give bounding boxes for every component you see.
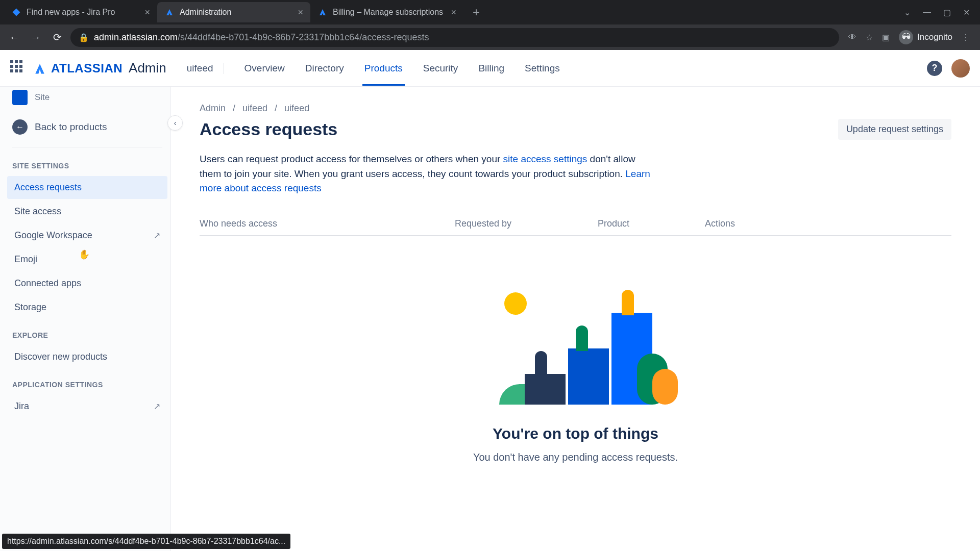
site-header[interactable]: Site (12, 87, 162, 111)
minimize-icon[interactable]: — (923, 8, 931, 17)
nav-settings[interactable]: Settings (523, 52, 562, 85)
app-body: ‹ Site ← Back to products SITE SETTINGS … (0, 87, 980, 551)
external-link-icon: ↗ (154, 402, 160, 411)
page-title-row: Access requests Update request settings (200, 119, 951, 140)
close-window-icon[interactable]: ✕ (963, 8, 970, 17)
nav-overview[interactable]: Overview (242, 52, 287, 85)
tab-title: Administration (180, 8, 292, 17)
breadcrumb: Admin / uifeed / uifeed (200, 103, 951, 114)
browser-chrome: Find new apps - Jira Pro × Administratio… (0, 0, 980, 50)
sidebar-item-label: Emoji (14, 254, 37, 265)
header-right: ? (927, 59, 970, 78)
site-label: Site (35, 92, 50, 103)
empty-illustration (474, 282, 678, 405)
side-panel-icon[interactable]: ▣ (882, 33, 890, 42)
crumb-org[interactable]: uifeed (242, 103, 267, 114)
jira-favicon-icon (11, 7, 21, 17)
close-icon[interactable]: × (298, 7, 303, 18)
tab-administration[interactable]: Administration × (157, 2, 310, 22)
sidebar-item-google-workspace[interactable]: Google Workspace ↗ (7, 224, 167, 247)
incognito-badge[interactable]: 🕶 Incognito (899, 30, 952, 44)
forward-button[interactable]: → (28, 29, 44, 45)
tab-jira[interactable]: Find new apps - Jira Pro × (4, 2, 157, 22)
close-icon[interactable]: × (451, 7, 456, 18)
tab-billing[interactable]: Billing – Manage subscriptions × (310, 2, 463, 22)
sidebar-item-discover-products[interactable]: Discover new products (7, 345, 167, 368)
atlassian-mark-icon (33, 61, 47, 76)
new-tab-button[interactable]: + (469, 3, 484, 21)
org-name[interactable]: uifeed (187, 63, 224, 74)
admin-label: Admin (129, 60, 166, 76)
sidebar-item-connected-apps[interactable]: Connected apps (7, 272, 167, 295)
site-icon (12, 90, 28, 105)
incognito-icon: 🕶 (899, 30, 913, 44)
nav-security[interactable]: Security (421, 52, 460, 85)
section-application-settings: APPLICATION SETTINGS (12, 381, 162, 389)
section-site-settings: SITE SETTINGS (12, 162, 162, 170)
back-to-products-link[interactable]: ← Back to products (12, 111, 162, 147)
avatar[interactable] (951, 59, 970, 78)
sidebar-item-label: Discover new products (14, 352, 107, 362)
back-label: Back to products (35, 121, 107, 133)
collapse-sidebar-button[interactable]: ‹ (167, 115, 183, 131)
address-icons: 👁 ☆ ▣ 🕶 Incognito ⋮ (844, 30, 974, 44)
address-bar: ← → ⟳ 🔒 admin.atlassian.com/s/44ddf4be-b… (0, 24, 980, 50)
window-controls: ⌄ — ▢ ✕ (904, 8, 976, 17)
status-bar-url: https://admin.atlassian.com/s/44ddf4be-b… (2, 534, 290, 549)
nav-directory[interactable]: Directory (303, 52, 346, 85)
col-product: Product (598, 218, 705, 229)
tab-bar: Find new apps - Jira Pro × Administratio… (0, 0, 980, 24)
sidebar-item-label: Connected apps (14, 278, 81, 289)
col-who-needs-access: Who needs access (200, 218, 455, 229)
page-title: Access requests (200, 119, 337, 139)
maximize-icon[interactable]: ▢ (943, 8, 951, 17)
back-button[interactable]: ← (6, 29, 22, 45)
sidebar-item-emoji[interactable]: Emoji (7, 248, 167, 271)
app: ATLASSIAN Admin uifeed Overview Director… (0, 50, 980, 551)
crumb-admin[interactable]: Admin (200, 103, 226, 114)
reload-button[interactable]: ⟳ (49, 29, 65, 45)
external-link-icon: ↗ (154, 231, 160, 240)
sidebar-item-jira[interactable]: Jira ↗ (7, 395, 167, 418)
site-access-settings-link[interactable]: site access settings (503, 154, 587, 164)
atlassian-favicon-icon (317, 7, 328, 17)
crumb-site[interactable]: uifeed (284, 103, 309, 114)
sidebar-item-label: Access requests (14, 182, 82, 193)
sidebar-item-label: Jira (14, 401, 29, 412)
table-header: Who needs access Requested by Product Ac… (200, 212, 951, 236)
url-input[interactable]: 🔒 admin.atlassian.com/s/44ddf4be-b701-4b… (70, 28, 839, 47)
tab-search-icon[interactable]: ⌄ (904, 8, 911, 17)
help-icon[interactable]: ? (927, 61, 942, 76)
nav-billing[interactable]: Billing (476, 52, 506, 85)
sidebar-item-access-requests[interactable]: Access requests (7, 176, 167, 199)
atlassian-favicon-icon (164, 7, 175, 17)
sidebar-item-storage[interactable]: Storage (7, 296, 167, 319)
col-requested-by: Requested by (455, 218, 598, 229)
sidebar: Site ← Back to products SITE SETTINGS Ac… (0, 87, 171, 551)
close-icon[interactable]: × (144, 7, 150, 18)
empty-state: You're on top of things You don't have a… (200, 282, 951, 463)
logo[interactable]: ATLASSIAN Admin (33, 60, 166, 76)
top-nav: Overview Directory Products Security Bil… (242, 52, 562, 85)
main-content: Admin / uifeed / uifeed Access requests … (171, 87, 980, 551)
app-switcher-icon[interactable] (10, 60, 27, 77)
empty-title: You're on top of things (200, 425, 951, 442)
tracking-icon[interactable]: 👁 (848, 33, 856, 42)
update-request-settings-button[interactable]: Update request settings (838, 119, 951, 140)
crumb-separator: / (275, 103, 277, 114)
nav-products[interactable]: Products (362, 52, 405, 85)
section-explore: EXPLORE (12, 331, 162, 339)
col-actions: Actions (705, 218, 951, 229)
sidebar-item-label: Google Workspace (14, 230, 92, 241)
crumb-separator: / (233, 103, 235, 114)
sidebar-item-label: Storage (14, 302, 46, 313)
brand-text: ATLASSIAN (51, 61, 122, 76)
lock-icon: 🔒 (79, 33, 89, 42)
bookmark-icon[interactable]: ☆ (866, 33, 873, 42)
url-text: admin.atlassian.com/s/44ddf4be-b701-4b9c… (94, 32, 429, 43)
tab-title: Find new apps - Jira Pro (27, 8, 139, 17)
sidebar-item-label: Site access (14, 206, 61, 217)
kebab-menu-icon[interactable]: ⋮ (962, 33, 970, 42)
page-description: Users can request product access for the… (200, 152, 659, 196)
sidebar-item-site-access[interactable]: Site access (7, 200, 167, 223)
